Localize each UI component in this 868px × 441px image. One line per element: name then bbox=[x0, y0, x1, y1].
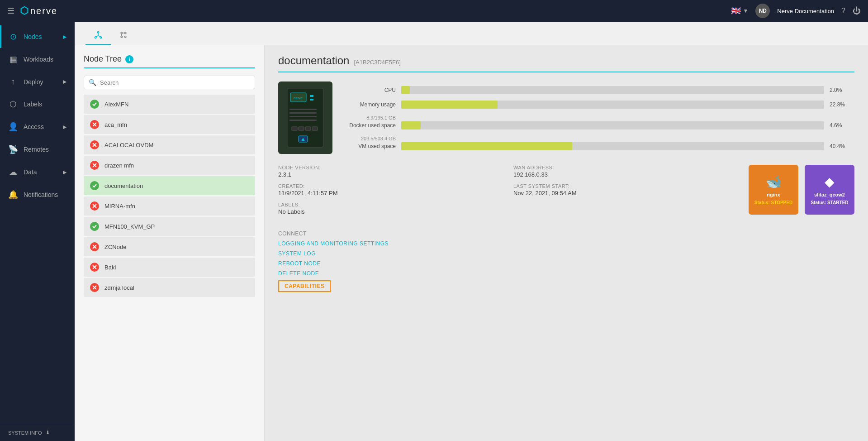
tab-node-tree[interactable] bbox=[85, 25, 111, 45]
node-tree-info-icon[interactable]: i bbox=[125, 55, 133, 63]
node-item[interactable]: drazen mfn bbox=[84, 156, 255, 175]
device-image: nerve bbox=[278, 81, 332, 154]
sidebar-item-labels[interactable]: ⬡ Labels bbox=[0, 93, 75, 115]
sidebar-item-notifications[interactable]: 🔔 Notifications bbox=[0, 183, 75, 206]
sidebar-nav: ⊙ Nodes ▶ ▦ Workloads ↑ Deploy ▶ ⬡ Label… bbox=[0, 25, 75, 206]
workload-card-nginx[interactable]: 🐋 nginx Status: STOPPED bbox=[749, 165, 798, 215]
node-tree-panel: Node Tree i 🔍 AlexMFNaca_mfnACALOCALOVDM… bbox=[75, 45, 265, 441]
svg-rect-33 bbox=[289, 112, 317, 114]
node-item[interactable]: MFN100_KVM_GP bbox=[84, 217, 255, 236]
topbar-left: ☰ ⬡ nerve bbox=[7, 5, 57, 17]
labels-icon: ⬡ bbox=[8, 99, 18, 109]
node-item[interactable]: MIRNA-mfn bbox=[84, 197, 255, 216]
node-item-label: Baki bbox=[104, 264, 116, 271]
memory-value: 22.8% bbox=[830, 101, 854, 108]
node-item[interactable]: aca_mfn bbox=[84, 115, 255, 134]
info-and-workloads: NODE VERSION: 2.3.1 WAN ADDRESS: 192.168… bbox=[278, 165, 854, 223]
avatar[interactable]: ND bbox=[755, 4, 770, 18]
deploy-icon: ↑ bbox=[8, 77, 18, 86]
status-dot bbox=[90, 161, 99, 170]
node-item[interactable]: documentation bbox=[84, 176, 255, 195]
metrics-row: nerve bbox=[278, 81, 854, 154]
sidebar-item-nodes[interactable]: ⊙ Nodes ▶ bbox=[0, 25, 75, 48]
node-item[interactable]: zdrnja local bbox=[84, 278, 255, 297]
node-item-label: drazen mfn bbox=[104, 162, 134, 169]
vm-bar-track bbox=[401, 142, 824, 150]
node-version-value: 2.3.1 bbox=[278, 171, 500, 178]
workload-cards: 🐋 nginx Status: STOPPED ◆ slitaz_qcow2 S… bbox=[749, 165, 854, 215]
system-log-link[interactable]: SYSTEM LOG bbox=[278, 250, 854, 257]
workload-card-slitaz[interactable]: ◆ slitaz_qcow2 Status: STARTED bbox=[805, 165, 854, 215]
reboot-link[interactable]: REBOOT NODE bbox=[278, 260, 854, 267]
search-input[interactable] bbox=[100, 79, 250, 86]
capabilities-button[interactable]: CAPABILITIES bbox=[278, 280, 331, 292]
node-tree-title: Node Tree i bbox=[84, 54, 255, 68]
sidebar-item-data[interactable]: ☁ Data ▶ bbox=[0, 161, 75, 183]
topbar: ☰ ⬡ nerve 🇬🇧 ▼ ND Nerve Documentation ? … bbox=[0, 0, 868, 22]
node-item-label: MIRNA-mfn bbox=[104, 203, 135, 210]
detail-node-name: documentation bbox=[278, 54, 349, 67]
memory-label: Memory usage bbox=[346, 101, 396, 108]
svg-point-6 bbox=[121, 32, 122, 34]
inner-content: Node Tree i 🔍 AlexMFNaca_mfnACALOCALOVDM… bbox=[75, 45, 868, 441]
sidebar-label-notifications: Notifications bbox=[24, 191, 58, 198]
node-item[interactable]: Baki bbox=[84, 258, 255, 277]
sidebar-item-deploy[interactable]: ↑ Deploy ▶ bbox=[0, 71, 75, 93]
delete-link[interactable]: DELETE NODE bbox=[278, 270, 854, 277]
node-list-tab-icon bbox=[119, 30, 128, 39]
field-created: CREATED: 11/9/2021, 4:11:57 PM bbox=[278, 183, 500, 197]
created-value: 11/9/2021, 4:11:57 PM bbox=[278, 190, 500, 197]
node-item[interactable]: ACALOCALOVDM bbox=[84, 135, 255, 154]
cpu-label: CPU bbox=[346, 87, 396, 93]
node-item-label: MFN100_KVM_GP bbox=[104, 223, 155, 230]
connect-link: CONNECT bbox=[278, 230, 854, 237]
svg-line-4 bbox=[95, 36, 98, 37]
detail-title: documentation [A1B2C3D4E5F6] bbox=[278, 54, 854, 72]
node-version-label: NODE VERSION: bbox=[278, 165, 500, 170]
help-icon[interactable]: ? bbox=[841, 7, 845, 15]
metric-docker-group: 8.9/195.1 GB Docker used space 4.6% bbox=[346, 115, 854, 129]
status-dot bbox=[90, 242, 99, 251]
search-icon: 🔍 bbox=[89, 79, 96, 86]
vm-bar-fill bbox=[401, 142, 572, 150]
logging-link[interactable]: LOGGING AND MONITORING SETTINGS bbox=[278, 240, 854, 247]
metric-vm-group: 203.5/503.4 GB VM used space 40.4% bbox=[346, 136, 854, 150]
user-name: Nerve Documentation bbox=[777, 8, 834, 14]
tab-node-list[interactable] bbox=[111, 25, 136, 45]
node-item[interactable]: AlexMFN bbox=[84, 95, 255, 114]
sidebar-item-remotes[interactable]: 📡 Remotes bbox=[0, 138, 75, 161]
slitaz-status: Status: STARTED bbox=[811, 200, 848, 205]
svg-line-5 bbox=[98, 36, 101, 37]
system-info-label: SYSTEM INFO bbox=[8, 430, 42, 436]
svg-point-7 bbox=[125, 32, 126, 34]
svg-rect-36 bbox=[292, 127, 297, 130]
sidebar-item-workloads[interactable]: ▦ Workloads bbox=[0, 48, 75, 71]
language-selector[interactable]: 🇬🇧 ▼ bbox=[731, 6, 748, 16]
nginx-docker-icon: 🐋 bbox=[766, 174, 782, 189]
node-tree-heading: Node Tree bbox=[84, 54, 122, 64]
device-svg: nerve bbox=[285, 86, 326, 149]
node-item-label: AlexMFN bbox=[104, 101, 128, 108]
status-dot bbox=[90, 263, 99, 272]
hamburger-icon[interactable]: ☰ bbox=[7, 6, 14, 16]
node-item-label: documentation bbox=[104, 182, 143, 189]
system-info-button[interactable]: SYSTEM INFO ⬇ bbox=[0, 424, 75, 441]
field-node-version: NODE VERSION: 2.3.1 bbox=[278, 165, 500, 178]
sidebar-item-access[interactable]: 👤 Access ▶ bbox=[0, 115, 75, 138]
node-item[interactable]: ZCNode bbox=[84, 237, 255, 256]
nginx-status: Status: STOPPED bbox=[754, 200, 792, 205]
node-item-label: ZCNode bbox=[104, 244, 126, 250]
sidebar-label-deploy: Deploy bbox=[24, 78, 43, 86]
tab-bar bbox=[75, 22, 868, 45]
logout-icon[interactable]: ⏻ bbox=[853, 6, 861, 16]
nerve-logo-icon: ⬡ bbox=[20, 5, 28, 17]
docker-value: 4.6% bbox=[830, 122, 854, 129]
sidebar-label-nodes: Nodes bbox=[24, 33, 42, 40]
topbar-right: 🇬🇧 ▼ ND Nerve Documentation ? ⏻ bbox=[731, 4, 861, 18]
nerve-logo-text: nerve bbox=[30, 6, 57, 16]
svg-rect-34 bbox=[289, 116, 317, 117]
info-grid: NODE VERSION: 2.3.1 WAN ADDRESS: 192.168… bbox=[278, 165, 735, 215]
node-list: AlexMFNaca_mfnACALOCALOVDMdrazen mfndocu… bbox=[84, 95, 255, 441]
main-layout: ⊙ Nodes ▶ ▦ Workloads ↑ Deploy ▶ ⬡ Label… bbox=[0, 22, 868, 441]
vm-sub: 203.5/503.4 GB bbox=[346, 136, 396, 141]
